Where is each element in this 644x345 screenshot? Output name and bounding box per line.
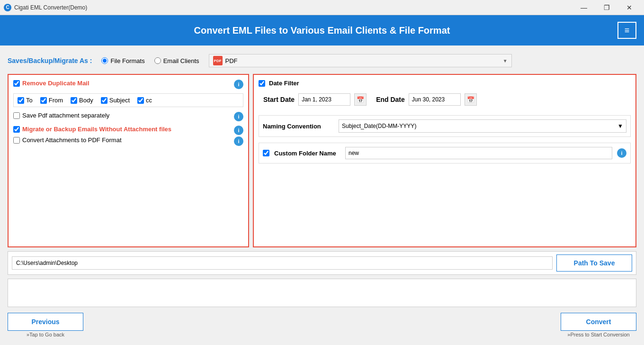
custom-folder-label: Custom Folder Name <box>274 150 340 157</box>
save-pdf-row: Save Pdf attachment separately i <box>13 112 243 119</box>
start-date-input[interactable] <box>298 93 350 106</box>
check-cc-input[interactable] <box>137 97 144 104</box>
save-pdf-checkbox-row: Save Pdf attachment separately <box>13 112 243 119</box>
close-button[interactable]: ✕ <box>618 0 640 15</box>
bottom-left: Previous »Tap to Go back <box>8 313 83 337</box>
naming-convention-value: Subject_Date(DD-MM-YYYY) <box>342 123 416 129</box>
save-pdf-info-btn[interactable]: i <box>234 112 243 121</box>
sub-checkboxes: To From Body Subject cc <box>13 93 243 107</box>
check-to-input[interactable] <box>18 97 24 104</box>
check-to-label: To <box>26 97 33 104</box>
naming-convention-row: Naming Convention Subject_Date(DD-MM-YYY… <box>259 115 631 137</box>
log-area <box>8 279 636 307</box>
save-label: Saves/Backup/Migrate As : <box>8 57 92 64</box>
convert-attachments-label: Convert Attachments to PDF Format <box>22 136 122 144</box>
remove-duplicate-row: Remove Duplicate Mail i <box>13 80 243 90</box>
convert-attachments-info-btn[interactable]: i <box>234 136 243 146</box>
radio-file-formats-label: File Formats <box>110 57 144 64</box>
start-date-calendar-btn[interactable]: 📅 <box>354 93 367 106</box>
end-date-group: End Date 📅 <box>376 93 477 106</box>
migrate-info-btn[interactable]: i <box>234 126 243 135</box>
check-to[interactable]: To <box>18 97 33 104</box>
convert-attachments-checkbox[interactable] <box>13 137 20 144</box>
date-filter-label: Date Filter <box>269 80 299 87</box>
check-from-input[interactable] <box>40 97 47 104</box>
panels-row: Remove Duplicate Mail i To From Body <box>8 74 636 247</box>
radio-email-clients-input[interactable] <box>154 57 161 64</box>
check-cc[interactable]: cc <box>137 97 152 104</box>
check-cc-label: cc <box>146 97 152 104</box>
custom-folder-row: Custom Folder Name i <box>259 143 631 163</box>
header-bar: Convert EML Files to Various Email Clien… <box>0 15 644 45</box>
remove-duplicate-label: Remove Duplicate Mail <box>22 80 89 87</box>
migrate-row: Migrate or Backup Emails Without Attachm… <box>13 126 243 133</box>
custom-folder-input[interactable] <box>345 147 612 159</box>
titlebar-title: Cigati EML Converter(Demo) <box>14 4 87 11</box>
right-panel: Date Filter Start Date 📅 End Date 📅 Nami… <box>253 74 636 247</box>
pdf-icon: PDF <box>213 56 223 65</box>
format-dropdown-label: PDF <box>225 57 238 64</box>
end-date-label: End Date <box>376 96 405 103</box>
minimize-button[interactable]: — <box>573 0 595 15</box>
check-subject-input[interactable] <box>101 97 107 104</box>
check-body-label: Body <box>79 97 93 104</box>
previous-hint: »Tap to Go back <box>27 332 64 337</box>
check-body[interactable]: Body <box>71 97 93 104</box>
start-date-group: Start Date 📅 <box>263 93 367 106</box>
date-inputs-row: Start Date 📅 End Date 📅 <box>259 93 631 106</box>
header-menu-button[interactable]: ≡ <box>617 22 636 39</box>
date-filter-checkbox[interactable] <box>259 80 265 87</box>
bottom-bar: Previous »Tap to Go back Convert »Press … <box>8 311 636 339</box>
path-input[interactable] <box>12 256 553 270</box>
migrate-checkbox-row: Migrate or Backup Emails Without Attachm… <box>13 126 243 133</box>
start-date-label: Start Date <box>263 96 295 103</box>
path-to-save-button[interactable]: Path To Save <box>556 254 632 272</box>
previous-button[interactable]: Previous <box>8 313 83 331</box>
end-date-input[interactable] <box>409 93 461 106</box>
check-subject-label: Subject <box>109 97 130 104</box>
titlebar-left: C Cigati EML Converter(Demo) <box>4 4 87 11</box>
convert-hint: »Press to Start Conversion <box>567 332 629 337</box>
maximize-button[interactable]: ❐ <box>596 0 617 15</box>
path-row: Path To Save <box>8 251 636 275</box>
save-row: Saves/Backup/Migrate As : File Formats E… <box>8 51 636 70</box>
custom-folder-checkbox[interactable] <box>263 150 269 156</box>
dropdown-arrow-icon: ▼ <box>503 58 508 64</box>
migrate-label: Migrate or Backup Emails Without Attachm… <box>22 126 171 133</box>
check-from[interactable]: From <box>40 97 63 104</box>
naming-dropdown-arrow-icon: ▼ <box>617 123 623 129</box>
convert-button[interactable]: Convert <box>561 313 636 331</box>
format-dropdown[interactable]: PDF PDF ▼ <box>209 54 512 67</box>
naming-convention-label: Naming Convention <box>263 123 334 130</box>
header-title: Convert EML Files to Various Email Clien… <box>27 25 617 36</box>
remove-duplicate-checkbox-row: Remove Duplicate Mail <box>13 80 89 87</box>
bottom-right: Convert »Press to Start Conversion <box>561 313 636 337</box>
save-pdf-label: Save Pdf attachment separately <box>22 112 109 119</box>
naming-convention-dropdown[interactable]: Subject_Date(DD-MM-YYYY) ▼ <box>339 119 626 133</box>
titlebar: C Cigati EML Converter(Demo) — ❐ ✕ <box>0 0 644 15</box>
titlebar-controls: — ❐ ✕ <box>573 0 640 15</box>
radio-file-formats[interactable]: File Formats <box>101 57 144 64</box>
radio-email-clients[interactable]: Email Clients <box>154 57 199 64</box>
migrate-checkbox[interactable] <box>13 126 20 133</box>
main-content: Saves/Backup/Migrate As : File Formats E… <box>0 45 644 345</box>
radio-group: File Formats Email Clients <box>101 57 199 64</box>
save-pdf-checkbox[interactable] <box>13 112 20 119</box>
radio-email-clients-label: Email Clients <box>163 57 199 64</box>
date-filter-row: Date Filter <box>259 80 631 87</box>
custom-folder-info-btn[interactable]: i <box>617 148 626 158</box>
convert-attachments-row: Convert Attachments to PDF Format i <box>13 136 243 144</box>
end-date-calendar-btn[interactable]: 📅 <box>465 93 477 106</box>
remove-duplicate-info-btn[interactable]: i <box>234 80 243 89</box>
radio-file-formats-input[interactable] <box>101 57 108 64</box>
check-body-input[interactable] <box>71 97 77 104</box>
check-subject[interactable]: Subject <box>101 97 130 104</box>
left-panel: Remove Duplicate Mail i To From Body <box>8 74 249 247</box>
remove-duplicate-checkbox[interactable] <box>13 80 20 87</box>
convert-attachments-checkbox-row: Convert Attachments to PDF Format <box>13 136 243 144</box>
check-from-label: From <box>49 97 63 104</box>
app-icon: C <box>4 4 11 11</box>
